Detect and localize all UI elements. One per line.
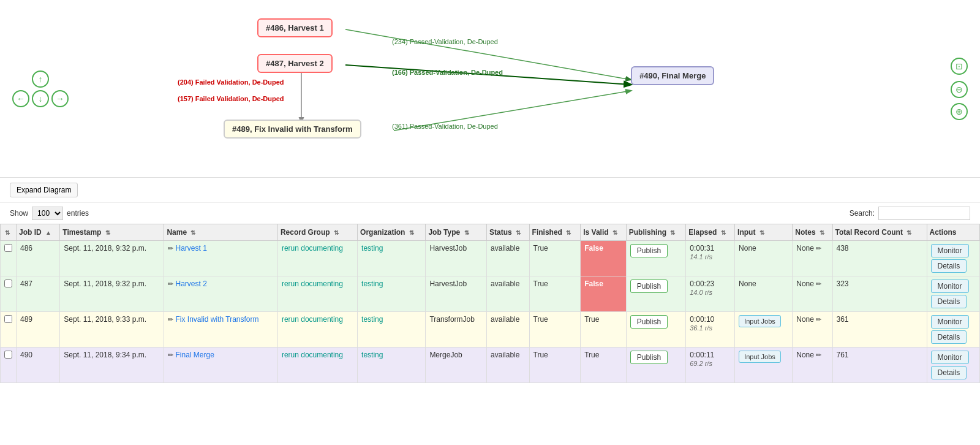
job-name-link[interactable]: Harvest 1: [175, 244, 206, 253]
th-timestamp[interactable]: Timestamp ⇅: [60, 224, 164, 241]
show-entries-bar: Show 10 25 50 100 entries Search:: [0, 203, 980, 224]
job-name-link[interactable]: Final Merge: [175, 351, 214, 359]
table-row: 489Sept. 11, 2018, 9:33 p.m.✏ Fix Invali…: [1, 312, 980, 348]
th-timestamp-label: Timestamp: [62, 228, 101, 237]
notes-edit-icon[interactable]: ✏: [816, 280, 821, 287]
row-checkbox[interactable]: [4, 315, 12, 323]
row-checkbox[interactable]: [4, 280, 12, 287]
sort-icon-finished: ⇅: [566, 229, 571, 236]
cell-publishing: Publish: [626, 241, 686, 276]
job-name-link[interactable]: Fix Invalid with Transform: [175, 315, 258, 324]
publish-button[interactable]: Publish: [630, 280, 668, 293]
th-name[interactable]: Name ⇅: [164, 224, 277, 241]
node-487[interactable]: #487, Harvest 2: [257, 54, 333, 73]
cell-finished: True: [529, 276, 581, 312]
th-job-type[interactable]: Job Type ⇅: [426, 224, 487, 241]
cell-elapsed: 0:00:3114.1 r/s: [686, 241, 735, 276]
organization-link[interactable]: testing: [361, 280, 383, 288]
th-publishing[interactable]: Publishing ⇅: [626, 224, 686, 241]
notes-edit-icon[interactable]: ✏: [816, 245, 821, 252]
cell-organization: testing: [358, 276, 426, 312]
th-name-label: Name: [167, 228, 187, 237]
th-input[interactable]: Input ⇅: [735, 224, 793, 241]
cell-job-type: HarvestJob: [426, 276, 487, 312]
input-jobs-button[interactable]: Input Jobs: [739, 315, 781, 327]
cell-finished: True: [529, 348, 581, 383]
nav-down-btn[interactable]: ↓: [32, 90, 49, 107]
monitor-button[interactable]: Monitor: [931, 280, 969, 293]
cell-timestamp: Sept. 11, 2018, 9:32 p.m.: [60, 241, 164, 276]
expand-diagram-button[interactable]: Expand Diagram: [10, 183, 78, 197]
nav-up-btn[interactable]: ↑: [32, 70, 49, 88]
organization-link[interactable]: testing: [361, 315, 383, 324]
record-group-link[interactable]: rerun documenting: [282, 351, 343, 359]
th-total-record-count[interactable]: Total Record Count ⇅: [832, 224, 927, 241]
th-organization[interactable]: Organization ⇅: [358, 224, 426, 241]
cell-job-id: 486: [17, 241, 60, 276]
pencil-icon[interactable]: ✏: [168, 245, 175, 252]
row-checkbox[interactable]: [4, 244, 12, 252]
nav-left-btn[interactable]: ←: [12, 90, 29, 107]
cell-input: None: [735, 276, 793, 312]
cell-notes: None ✏: [793, 241, 832, 276]
record-group-link[interactable]: rerun documenting: [282, 280, 343, 288]
node-489[interactable]: #489, Fix Invalid with Transform: [224, 120, 361, 139]
details-button[interactable]: Details: [931, 330, 967, 344]
nav-right-btn[interactable]: →: [51, 90, 69, 107]
cell-actions: MonitorDetails: [927, 276, 979, 312]
publish-button[interactable]: Publish: [630, 351, 668, 364]
table-row: 486Sept. 11, 2018, 9:32 p.m.✏ Harvest 1r…: [1, 241, 980, 276]
monitor-button[interactable]: Monitor: [931, 351, 969, 364]
input-jobs-button[interactable]: Input Jobs: [739, 351, 781, 363]
monitor-button[interactable]: Monitor: [931, 315, 969, 329]
row-checkbox-cell: [1, 348, 17, 383]
th-is-valid[interactable]: Is Valid ⇅: [581, 224, 626, 241]
details-button[interactable]: Details: [931, 366, 967, 379]
th-status[interactable]: Status ⇅: [487, 224, 530, 241]
cell-total-record-count: 761: [832, 348, 927, 383]
nav-fit-btn[interactable]: ⊡: [951, 58, 968, 75]
record-group-link[interactable]: rerun documenting: [282, 244, 343, 253]
organization-link[interactable]: testing: [361, 244, 383, 253]
row-checkbox-cell: [1, 241, 17, 276]
organization-link[interactable]: testing: [361, 351, 383, 359]
cell-name: ✏ Fix Invalid with Transform: [164, 312, 277, 348]
show-count-select[interactable]: 10 25 50 100: [32, 207, 63, 220]
th-notes[interactable]: Notes ⇅: [793, 224, 832, 241]
cell-elapsed: 0:00:2314.0 r/s: [686, 276, 735, 312]
node-486[interactable]: #486, Harvest 1: [257, 18, 333, 37]
th-organization-label: Organization: [360, 228, 405, 237]
pencil-icon[interactable]: ✏: [168, 351, 175, 359]
notes-edit-icon[interactable]: ✏: [816, 316, 821, 323]
details-button[interactable]: Details: [931, 295, 967, 308]
details-button[interactable]: Details: [931, 259, 967, 273]
show-label: Show: [10, 209, 28, 218]
search-input[interactable]: [878, 207, 970, 220]
monitor-button[interactable]: Monitor: [931, 244, 969, 257]
record-group-link[interactable]: rerun documenting: [282, 315, 343, 324]
job-name-link[interactable]: Harvest 2: [175, 280, 206, 288]
pencil-icon[interactable]: ✏: [168, 280, 175, 287]
cell-record-group: rerun documenting: [277, 348, 357, 383]
diagram-svg: [0, 0, 980, 177]
cell-publishing: Publish: [626, 276, 686, 312]
cell-name: ✏ Final Merge: [164, 348, 277, 383]
th-record-group[interactable]: Record Group ⇅: [277, 224, 357, 241]
cell-status: available: [487, 348, 530, 383]
cell-total-record-count: 323: [832, 276, 927, 312]
nav-zoom-out-btn[interactable]: ⊖: [951, 81, 968, 98]
publish-button[interactable]: Publish: [630, 244, 668, 257]
cell-input: Input Jobs: [735, 348, 793, 383]
node-490[interactable]: #490, Final Merge: [631, 66, 714, 85]
cell-job-type: TransformJob: [426, 312, 487, 348]
cell-elapsed: 0:00:1169.2 r/s: [686, 348, 735, 383]
notes-edit-icon[interactable]: ✏: [816, 351, 821, 359]
sort-icon-total-record-count: ⇅: [907, 229, 911, 236]
nav-zoom-in-btn[interactable]: ⊕: [951, 103, 968, 120]
pencil-icon[interactable]: ✏: [168, 316, 175, 323]
th-elapsed[interactable]: Elapsed ⇅: [686, 224, 735, 241]
publish-button[interactable]: Publish: [630, 315, 668, 329]
th-finished[interactable]: Finished ⇅: [529, 224, 581, 241]
th-job-id[interactable]: Job ID ▲: [17, 224, 60, 241]
row-checkbox[interactable]: [4, 351, 12, 359]
